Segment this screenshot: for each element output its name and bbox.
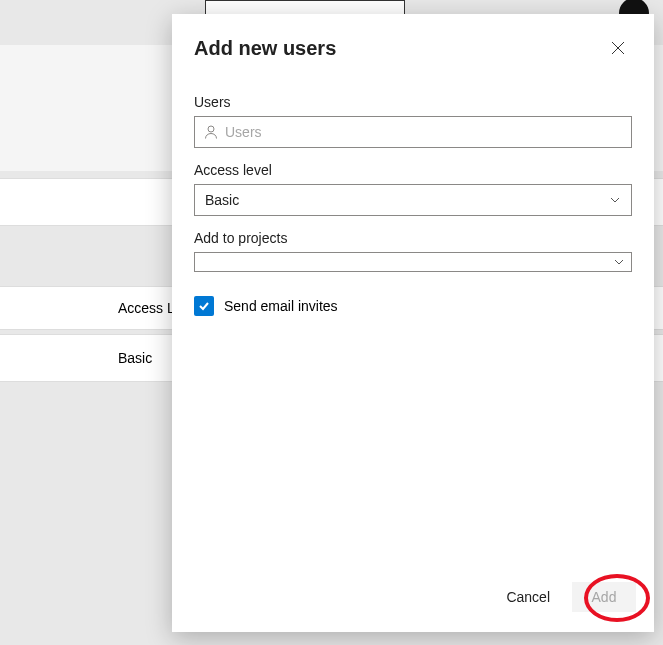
dialog-title: Add new users (194, 37, 336, 60)
close-icon (610, 40, 626, 56)
chevron-down-icon (613, 256, 625, 268)
add-users-dialog: Add new users Users Access level Basic A… (172, 14, 654, 632)
projects-select[interactable] (194, 252, 632, 272)
bg-row-value: Basic (118, 350, 152, 366)
users-input[interactable] (225, 124, 623, 140)
dialog-header: Add new users (172, 14, 654, 72)
dialog-body: Users Access level Basic Add to projects (172, 72, 654, 568)
users-input-wrap[interactable] (194, 116, 632, 148)
close-button[interactable] (604, 34, 632, 62)
access-level-value: Basic (205, 192, 239, 208)
checkmark-icon (197, 299, 211, 313)
chevron-down-icon (609, 194, 621, 206)
send-invites-label: Send email invites (224, 298, 338, 314)
send-invites-checkbox[interactable] (194, 296, 214, 316)
access-level-label: Access level (194, 162, 632, 178)
add-button[interactable]: Add (572, 582, 636, 612)
access-level-select[interactable]: Basic (194, 184, 632, 216)
users-label: Users (194, 94, 632, 110)
cancel-button[interactable]: Cancel (492, 582, 564, 612)
dialog-footer: Cancel Add (172, 568, 654, 632)
send-invites-row: Send email invites (194, 296, 632, 316)
projects-label: Add to projects (194, 230, 632, 246)
svg-point-2 (208, 126, 214, 132)
user-icon (203, 124, 219, 140)
